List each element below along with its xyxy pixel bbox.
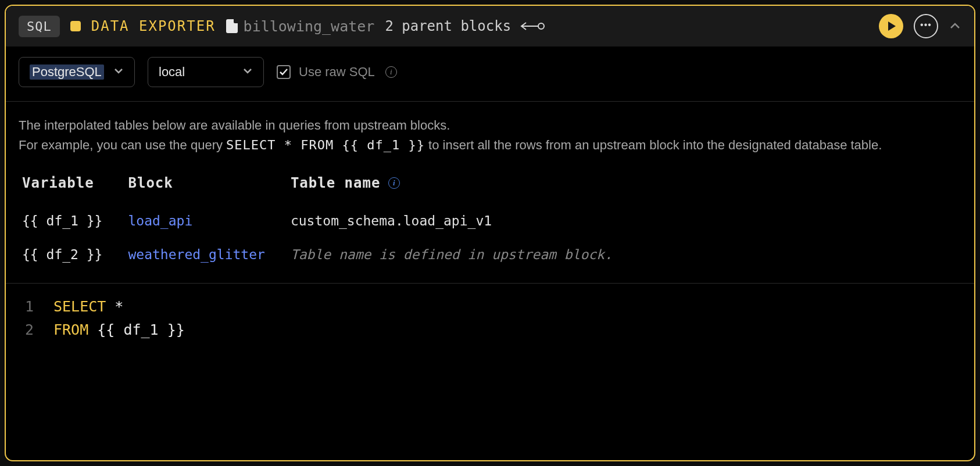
file-icon bbox=[226, 19, 238, 33]
interpolation-description: The interpolated tables below are availa… bbox=[6, 102, 974, 160]
editor-line: 2FROM {{ df_1 }} bbox=[19, 318, 961, 342]
sql-editor[interactable]: 1SELECT *2FROM {{ df_1 }} bbox=[6, 284, 974, 353]
block-type-label: DATA EXPORTER bbox=[91, 18, 216, 34]
table-row: {{ df_2 }}weathered_glitterTable name is… bbox=[22, 238, 638, 271]
interpolated-variables-table: Variable Block Table name i {{ df_1 }}lo… bbox=[6, 160, 974, 284]
description-line-1: The interpolated tables below are availa… bbox=[19, 116, 961, 135]
variable-cell: {{ df_2 }} bbox=[22, 238, 128, 271]
block-link[interactable]: weathered_glitter bbox=[128, 238, 290, 271]
column-header-table-name: Table name i bbox=[291, 168, 638, 204]
block-header: SQL DATA EXPORTER billowing_water 2 pare… bbox=[6, 6, 974, 46]
collapse-button[interactable] bbox=[949, 20, 961, 33]
line-number: 2 bbox=[19, 318, 53, 342]
variable-cell: {{ df_1 }} bbox=[22, 204, 128, 238]
editor-line: 1SELECT * bbox=[19, 295, 961, 318]
svg-point-1 bbox=[538, 23, 544, 29]
block-link[interactable]: load_api bbox=[128, 204, 290, 238]
parent-blocks-group[interactable]: 2 parent blocks bbox=[385, 18, 545, 34]
column-header-block: Block bbox=[128, 168, 290, 204]
table-row: {{ df_1 }}load_apicustom_schema.load_api… bbox=[22, 204, 638, 238]
block-panel: SQL DATA EXPORTER billowing_water 2 pare… bbox=[5, 5, 975, 461]
db-engine-select[interactable]: PostgreSQL bbox=[19, 57, 135, 87]
block-name-group[interactable]: billowing_water bbox=[226, 18, 375, 35]
accent-square-icon bbox=[70, 21, 81, 31]
ellipsis-icon: ••• bbox=[920, 20, 932, 30]
connection-select[interactable]: local bbox=[148, 57, 264, 87]
parent-blocks-arrow-icon bbox=[519, 21, 545, 31]
config-row: PostgreSQL local Use raw SQL i bbox=[6, 46, 974, 102]
use-raw-sql-label: Use raw SQL bbox=[299, 64, 375, 80]
chevron-down-icon bbox=[242, 64, 253, 80]
table-name-cell: custom_schema.load_api_v1 bbox=[291, 204, 638, 238]
description-line-2: For example, you can use the query SELEC… bbox=[19, 135, 961, 155]
code-content: FROM {{ df_1 }} bbox=[53, 318, 185, 342]
db-engine-value: PostgreSQL bbox=[30, 64, 104, 80]
chevron-down-icon bbox=[113, 64, 124, 80]
column-header-variable: Variable bbox=[22, 168, 128, 204]
use-raw-sql-toggle[interactable]: Use raw SQL i bbox=[277, 64, 397, 80]
code-content: SELECT * bbox=[53, 295, 123, 318]
info-icon[interactable]: i bbox=[388, 177, 400, 189]
info-icon[interactable]: i bbox=[385, 66, 397, 78]
checkbox-checked-icon bbox=[277, 65, 291, 79]
block-name: billowing_water bbox=[244, 18, 375, 35]
parent-blocks-label: 2 parent blocks bbox=[385, 18, 511, 34]
line-number: 1 bbox=[19, 295, 53, 318]
language-badge: SQL bbox=[19, 16, 60, 37]
table-name-cell: Table name is defined in upstream block. bbox=[291, 238, 638, 271]
connection-value: local bbox=[159, 64, 185, 80]
more-options-button[interactable]: ••• bbox=[914, 14, 938, 38]
run-button[interactable] bbox=[879, 14, 903, 38]
play-icon bbox=[888, 21, 896, 31]
